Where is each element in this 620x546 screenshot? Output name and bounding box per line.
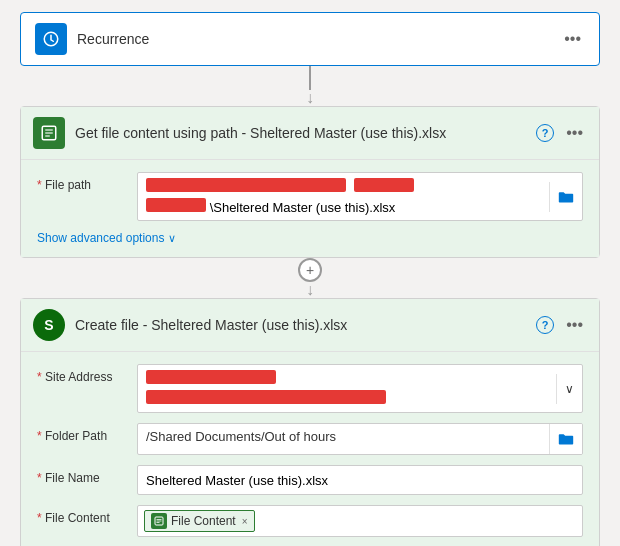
file-content-tag-label: File Content xyxy=(171,514,236,528)
get-file-body: * File path \Sheltered Master (use this)… xyxy=(21,160,599,257)
site-address-inner xyxy=(138,365,556,412)
create-file-header: S Create file - Sheltered Master (use th… xyxy=(21,299,599,352)
arrow-icon-2: ↓ xyxy=(306,282,314,298)
get-file-help-icon[interactable]: ? xyxy=(536,124,554,142)
file-path-text: \Sheltered Master (use this).xlsx xyxy=(146,198,541,215)
file-content-label: * File Content xyxy=(37,505,127,525)
show-advanced-button[interactable]: Show advanced options ∨ xyxy=(37,231,176,245)
file-content-input[interactable]: File Content × xyxy=(137,505,583,537)
get-file-card: Get file content using path - Sheltered … xyxy=(20,106,600,258)
folder-path-folder-button[interactable] xyxy=(549,424,582,454)
arrow-icon: ↓ xyxy=(306,90,314,106)
create-file-icon: S xyxy=(33,309,65,341)
site-address-redacted-2 xyxy=(146,390,548,407)
get-file-title: Get file content using path - Sheltered … xyxy=(75,125,526,141)
create-more-dots-icon: ••• xyxy=(566,316,583,334)
folder-path-value: /Shared Documents/Out of hours xyxy=(146,429,541,444)
recurrence-more-button[interactable]: ••• xyxy=(560,28,585,50)
recurrence-card: Recurrence ••• xyxy=(20,12,600,66)
file-name-label: * File Name xyxy=(37,465,127,485)
site-address-input[interactable]: ∨ xyxy=(137,364,583,413)
create-file-card: S Create file - Sheltered Master (use th… xyxy=(20,298,600,546)
site-address-row: * Site Address ∨ xyxy=(37,364,583,413)
file-path-input[interactable]: \Sheltered Master (use this).xlsx xyxy=(137,172,583,221)
file-content-tag-icon xyxy=(151,513,167,529)
file-path-inner: \Sheltered Master (use this).xlsx xyxy=(138,173,549,220)
site-address-dropdown-button[interactable]: ∨ xyxy=(556,374,582,404)
site-address-redacted-1 xyxy=(146,370,548,387)
file-path-redacted-1 xyxy=(146,178,541,195)
file-content-tag-remove[interactable]: × xyxy=(242,516,248,527)
file-path-folder-button[interactable] xyxy=(549,182,582,212)
folder-path-label: * Folder Path xyxy=(37,423,127,443)
more-dots-icon: ••• xyxy=(566,124,583,142)
file-name-row: * File Name Sheltered Master (use this).… xyxy=(37,465,583,495)
add-step-button[interactable]: + xyxy=(298,258,322,282)
chevron-down-icon: ∨ xyxy=(168,232,176,245)
get-file-more-button[interactable]: ••• xyxy=(562,122,587,144)
folder-path-inner: /Shared Documents/Out of hours xyxy=(138,424,549,454)
recurrence-icon xyxy=(35,23,67,55)
folder-path-row: * Folder Path /Shared Documents/Out of h… xyxy=(37,423,583,455)
show-advanced-label: Show advanced options xyxy=(37,231,164,245)
create-file-actions: ? ••• xyxy=(536,314,587,336)
recurrence-header: Recurrence ••• xyxy=(21,13,599,65)
get-file-header: Get file content using path - Sheltered … xyxy=(21,107,599,160)
file-name-input-wrap: Sheltered Master (use this).xlsx xyxy=(137,465,583,495)
file-path-label: * File path xyxy=(37,172,127,192)
file-path-input-wrap: \Sheltered Master (use this).xlsx xyxy=(137,172,583,221)
more-icon: ••• xyxy=(564,30,581,48)
file-name-input[interactable]: Sheltered Master (use this).xlsx xyxy=(137,465,583,495)
file-name-value: Sheltered Master (use this).xlsx xyxy=(146,473,328,488)
file-content-tag: File Content × xyxy=(144,510,255,532)
get-file-actions: ? ••• xyxy=(536,122,587,144)
recurrence-title: Recurrence xyxy=(77,31,550,47)
site-address-label: * Site Address xyxy=(37,364,127,384)
create-file-help-icon[interactable]: ? xyxy=(536,316,554,334)
recurrence-actions: ••• xyxy=(560,28,585,50)
file-content-row: * File Content xyxy=(37,505,583,537)
file-path-suffix: \Sheltered Master (use this).xlsx xyxy=(210,200,396,215)
site-address-input-wrap: ∨ xyxy=(137,364,583,413)
create-file-more-button[interactable]: ••• xyxy=(562,314,587,336)
folder-path-input-wrap: /Shared Documents/Out of hours xyxy=(137,423,583,455)
folder-path-input[interactable]: /Shared Documents/Out of hours xyxy=(137,423,583,455)
create-file-body: * Site Address ∨ xyxy=(21,352,599,546)
file-path-row: * File path \Sheltered Master (use this)… xyxy=(37,172,583,221)
connector-line xyxy=(309,66,311,90)
flow-canvas: Recurrence ••• ↓ Get file content usi xyxy=(16,12,604,546)
connector-2: + ↓ xyxy=(298,258,322,298)
connector-1: ↓ xyxy=(306,66,314,106)
required-star: * xyxy=(37,178,45,192)
create-file-title: Create file - Sheltered Master (use this… xyxy=(75,317,526,333)
get-file-icon xyxy=(33,117,65,149)
file-content-input-wrap: File Content × xyxy=(137,505,583,537)
